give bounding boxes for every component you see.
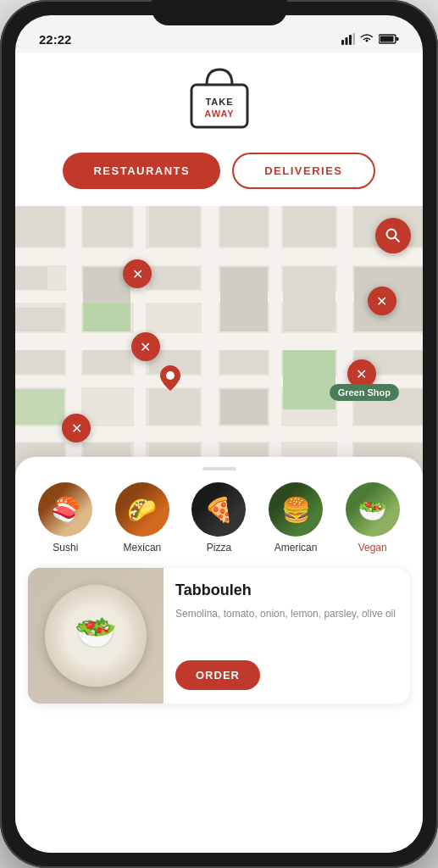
bottom-panel: 🍣 Sushi 🌮 Mexican 🍕 Pizza 🍔 American xyxy=(15,457,423,853)
food-info: Tabbouleh Semolina, tomato, onion, lemon… xyxy=(164,568,410,704)
map-search-button[interactable] xyxy=(375,218,411,253)
svg-rect-3 xyxy=(353,33,356,45)
american-label: American xyxy=(274,542,318,554)
svg-text:AWAY: AWAY xyxy=(204,108,234,119)
phone-frame: 22:22 xyxy=(0,0,438,868)
sushi-circle: 🍣 xyxy=(38,482,92,537)
food-image: 🍴 🥗 xyxy=(28,568,164,704)
svg-rect-20 xyxy=(337,206,352,477)
status-icons xyxy=(341,33,399,45)
svg-rect-6 xyxy=(380,36,394,42)
american-circle: 🍔 xyxy=(269,482,323,537)
logo-container: TAKE AWAY xyxy=(181,61,258,137)
svg-rect-1 xyxy=(346,37,348,45)
sushi-label: Sushi xyxy=(53,542,78,554)
food-categories: 🍣 Sushi 🌮 Mexican 🍕 Pizza 🍔 American xyxy=(15,482,423,554)
map-area[interactable]: ✕ ✕ ✕ ✕ ✕ Green Shop xyxy=(15,206,423,477)
tabbouleh-image: 🍴 🥗 xyxy=(28,568,164,704)
svg-rect-44 xyxy=(149,389,200,425)
restaurant-pin-5[interactable]: ✕ xyxy=(62,414,91,442)
plate: 🥗 xyxy=(45,585,147,687)
svg-rect-46 xyxy=(220,389,268,425)
pizza-circle: 🍕 xyxy=(191,482,246,537)
status-time: 22:22 xyxy=(39,32,71,47)
svg-rect-18 xyxy=(202,206,219,477)
svg-rect-28 xyxy=(15,389,64,425)
restaurant-pin-2[interactable]: ✕ xyxy=(368,287,396,315)
svg-rect-21 xyxy=(15,206,64,247)
svg-rect-0 xyxy=(341,40,344,45)
signal-icon xyxy=(341,33,355,45)
svg-rect-22 xyxy=(83,206,132,247)
svg-rect-34 xyxy=(283,267,335,331)
svg-rect-2 xyxy=(349,35,352,45)
phone-screen: 22:22 xyxy=(15,15,423,853)
plate-food-icon: 🥗 xyxy=(75,613,117,653)
svg-rect-26 xyxy=(83,303,130,331)
category-vegan[interactable]: 🥗 Vegan xyxy=(346,482,400,554)
green-shop-label[interactable]: Green Shop xyxy=(330,384,399,401)
order-button[interactable]: ORDER xyxy=(175,660,260,690)
vegan-circle: 🥗 xyxy=(346,482,400,537)
svg-rect-24 xyxy=(15,308,64,331)
svg-rect-29 xyxy=(149,206,200,247)
category-sushi[interactable]: 🍣 Sushi xyxy=(38,482,92,554)
restaurants-tab[interactable]: RESTAURANTS xyxy=(63,153,220,189)
drag-handle xyxy=(202,467,236,470)
svg-rect-31 xyxy=(220,206,268,247)
deliveries-tab[interactable]: DELIVERIES xyxy=(232,153,374,189)
user-location-pin xyxy=(160,365,180,394)
category-american[interactable]: 🍔 American xyxy=(269,482,323,554)
svg-point-52 xyxy=(166,371,175,380)
restaurant-pin-1[interactable]: ✕ xyxy=(123,259,152,288)
mexican-label: Mexican xyxy=(124,542,162,554)
svg-rect-38 xyxy=(83,350,130,374)
svg-rect-37 xyxy=(15,350,64,374)
svg-line-51 xyxy=(396,238,400,242)
app-content: TAKE AWAY RESTAURANTS DELIVERIES xyxy=(15,53,423,853)
food-name: Tabbouleh xyxy=(175,581,398,599)
vegan-label: Vegan xyxy=(358,542,387,554)
notch xyxy=(152,0,287,25)
tab-buttons: RESTAURANTS DELIVERIES xyxy=(32,153,406,189)
pizza-label: Pizza xyxy=(207,542,231,554)
food-card: 🍴 🥗 Tabbouleh Semolina, tomato, onion, l… xyxy=(27,567,411,704)
search-icon xyxy=(385,227,402,244)
svg-rect-27 xyxy=(283,350,335,409)
svg-text:TAKE: TAKE xyxy=(205,97,233,107)
mexican-circle: 🌮 xyxy=(115,482,169,537)
food-description: Semolina, tomato, onion, lemon, parsley,… xyxy=(175,606,398,650)
category-mexican[interactable]: 🌮 Mexican xyxy=(115,482,169,554)
category-pizza[interactable]: 🍕 Pizza xyxy=(191,482,246,554)
header: TAKE AWAY RESTAURANTS DELIVERIES xyxy=(15,53,423,206)
svg-rect-40 xyxy=(220,350,268,374)
battery-icon xyxy=(379,33,399,45)
logo-bag-icon: TAKE AWAY xyxy=(181,61,258,137)
svg-rect-5 xyxy=(396,37,399,41)
svg-rect-23 xyxy=(15,267,47,289)
wifi-icon xyxy=(359,33,374,45)
svg-rect-33 xyxy=(283,206,335,247)
svg-rect-19 xyxy=(269,206,281,477)
svg-rect-30 xyxy=(149,267,200,289)
restaurant-pin-3[interactable]: ✕ xyxy=(131,332,160,361)
svg-rect-32 xyxy=(220,267,268,331)
